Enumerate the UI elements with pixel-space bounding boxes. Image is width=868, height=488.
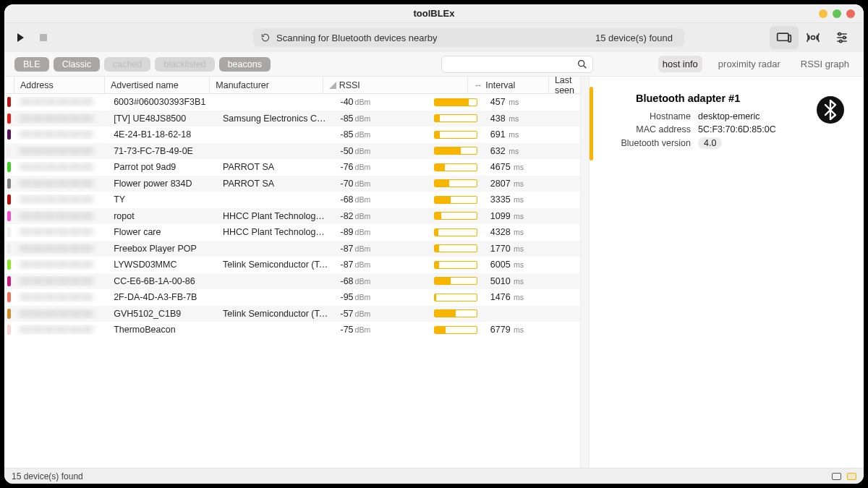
view-radar-button[interactable] xyxy=(799,26,827,49)
device-interval: 632 ms xyxy=(485,146,569,156)
side-tabs: host infoproximity radarRSSI graph xyxy=(658,56,854,72)
rssi-bar xyxy=(428,212,485,220)
status-bar: 15 device(s) found xyxy=(4,468,864,484)
status-text: 15 device(s) found xyxy=(12,471,83,481)
filter-chip-classic[interactable]: Classic xyxy=(54,57,100,72)
view-devices-button[interactable] xyxy=(770,26,799,49)
device-address: 00:00:00:00:00:00 xyxy=(20,97,93,107)
rssi-bar xyxy=(428,261,485,269)
rssi-bar xyxy=(428,277,485,285)
table-row[interactable]: 00:00:00:00:00:006003#060030393F3B1-40 d… xyxy=(4,94,580,111)
hostname-value: desktop-emeric xyxy=(698,111,760,121)
device-interval: 6005 ms xyxy=(485,260,569,270)
table-row[interactable]: 00:00:00:00:00:00ropotHHCC Plant Technol… xyxy=(4,208,580,225)
table-row[interactable]: 00:00:00:00:00:00[TV] UE48JS8500Samsung … xyxy=(4,111,580,127)
device-rssi: -70 dBm xyxy=(334,179,428,189)
device-interval: 691 ms xyxy=(485,129,569,140)
device-table: Address Advertised name Manufacturer RSS… xyxy=(4,77,580,468)
search-icon xyxy=(576,59,588,70)
device-interval: 2807 ms xyxy=(485,179,569,189)
table-row[interactable]: 00:00:00:00:00:004E-24-B1-18-62-18-85 dB… xyxy=(4,127,580,143)
device-rssi: -76 dBm xyxy=(334,162,428,172)
minimize-button[interactable] xyxy=(819,9,827,18)
filter-chip-beacons[interactable]: beacons xyxy=(219,57,271,72)
filter-bar: BLEClassiccachedblacklistedbeacons host … xyxy=(4,52,864,77)
device-name: CC-E6-6B-1A-00-86 xyxy=(108,276,217,286)
table-row[interactable]: 00:00:00:00:00:00Freebox Player POP-87 d… xyxy=(4,241,580,257)
device-name: Flower care xyxy=(108,227,217,237)
filter-chip-cached[interactable]: cached xyxy=(104,57,150,72)
rssi-bar xyxy=(428,326,485,334)
device-rssi: -89 dBm xyxy=(334,227,428,237)
maximize-button[interactable] xyxy=(833,9,841,18)
device-manufacturer: Telink Semiconductor (Taip… xyxy=(217,260,334,270)
bluetooth-icon xyxy=(816,95,845,124)
device-name: Flower power 834D xyxy=(108,179,217,189)
rssi-bar xyxy=(428,228,485,236)
play-button[interactable] xyxy=(12,29,29,46)
tab-host-info[interactable]: host info xyxy=(658,56,702,72)
layout-toggle-a[interactable] xyxy=(832,473,841,480)
table-row[interactable]: 00:00:00:00:00:002F-DA-4D-A3-FB-7B-95 dB… xyxy=(4,289,580,306)
device-name: TY xyxy=(108,194,217,205)
device-address: 00:00:00:00:00:00 xyxy=(20,194,93,205)
device-rssi: -75 dBm xyxy=(334,325,428,335)
filter-chip-ble[interactable]: BLE xyxy=(14,57,49,72)
mac-value: 5C:F3:70:6D:85:0C xyxy=(698,124,776,134)
device-manufacturer: PARROT SA xyxy=(217,162,334,172)
filter-chip-blacklisted[interactable]: blacklisted xyxy=(155,57,214,72)
settings-button[interactable] xyxy=(827,26,856,49)
svg-point-3 xyxy=(812,36,815,40)
col-interval: ↔ Interval xyxy=(467,77,548,93)
rssi-bar xyxy=(428,114,485,122)
device-rssi: -87 dBm xyxy=(334,260,428,270)
rssi-bar xyxy=(428,131,485,139)
table-header[interactable]: Address Advertised name Manufacturer RSS… xyxy=(4,77,580,94)
tab-proximity-radar[interactable]: proximity radar xyxy=(714,56,785,72)
device-manufacturer: Samsung Electronics Co. Ltd. xyxy=(217,114,334,124)
table-row[interactable]: 00:00:00:00:00:00Flower power 834DPARROT… xyxy=(4,176,580,192)
device-name: [TV] UE48JS8500 xyxy=(108,114,217,124)
svg-rect-0 xyxy=(40,34,47,41)
window-controls xyxy=(819,9,855,18)
table-row[interactable]: 00:00:00:00:00:00TY-68 dBm3335 ms xyxy=(4,192,580,208)
device-address: 00:00:00:00:00:00 xyxy=(20,309,93,319)
rssi-bar xyxy=(428,98,485,106)
svg-point-5 xyxy=(843,36,846,38)
tab-RSSI-graph[interactable]: RSSI graph xyxy=(796,56,854,72)
device-manufacturer: PARROT SA xyxy=(217,179,334,189)
col-name: Advertised name xyxy=(104,77,209,93)
sort-asc-icon xyxy=(329,82,336,89)
table-row[interactable]: 00:00:00:00:00:00ThermoBeacon-75 dBm6779… xyxy=(4,322,580,338)
device-interval: 5010 ms xyxy=(485,276,569,286)
stop-button[interactable] xyxy=(35,29,52,46)
svg-rect-1 xyxy=(778,33,788,40)
table-row[interactable]: 00:00:00:00:00:00CC-E6-6B-1A-00-86-68 dB… xyxy=(4,273,580,290)
device-name: Freebox Player POP xyxy=(108,244,217,254)
toolbar: Scanning for Bluetooth devices nearby 15… xyxy=(4,23,864,52)
close-button[interactable] xyxy=(846,9,855,18)
search-input[interactable] xyxy=(441,56,593,73)
device-rssi: -85 dBm xyxy=(334,129,428,140)
table-row[interactable]: 00:00:00:00:00:00Flower careHHCC Plant T… xyxy=(4,224,580,241)
table-row[interactable]: 00:00:00:00:00:00GVH5102_C1B9Telink Semi… xyxy=(4,306,580,322)
device-address: 00:00:00:00:00:00 xyxy=(20,325,93,335)
layout-toggle-b[interactable] xyxy=(847,473,856,480)
device-manufacturer: HHCC Plant Technology Co.… xyxy=(217,211,334,221)
device-rssi: -40 dBm xyxy=(334,97,428,107)
table-row[interactable]: 00:00:00:00:00:00LYWSD03MMCTelink Semico… xyxy=(4,257,580,273)
device-interval: 4328 ms xyxy=(485,227,569,237)
scrollbar[interactable] xyxy=(580,77,589,468)
device-rssi: -68 dBm xyxy=(334,276,428,286)
device-address: 00:00:00:00:00:00 xyxy=(20,129,93,140)
device-rssi: -57 dBm xyxy=(334,309,428,319)
scan-status-text: Scanning for Bluetooth devices nearby xyxy=(276,33,438,43)
table-row[interactable]: 00:00:00:00:00:00Parrot pot 9ad9PARROT S… xyxy=(4,159,580,176)
device-interval: 457 ms xyxy=(485,97,569,107)
device-name: 4E-24-B1-18-62-18 xyxy=(108,129,217,140)
col-address: Address xyxy=(14,77,104,93)
table-row[interactable]: 00:00:00:00:00:0071-73-FC-7B-49-0E-50 dB… xyxy=(4,143,580,160)
svg-point-7 xyxy=(579,60,584,66)
device-address: 00:00:00:00:00:00 xyxy=(20,244,93,254)
device-name: LYWSD03MMC xyxy=(108,260,217,270)
